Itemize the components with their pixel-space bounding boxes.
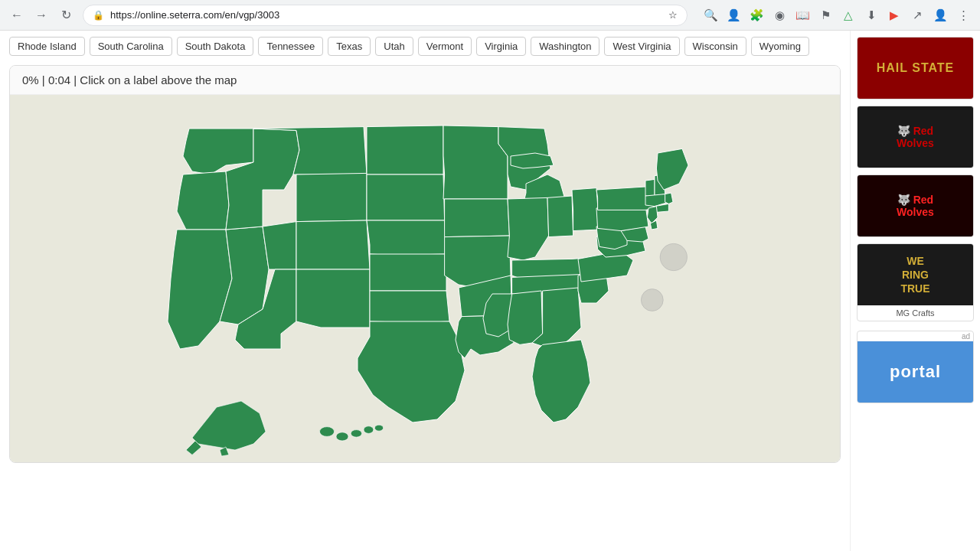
right-sidebar: HAIL STATE 🐺 RedWolves 🐺 RedWolves WERIN… bbox=[850, 31, 980, 551]
ad-red-wolves-1-card[interactable]: 🐺 RedWolves bbox=[857, 106, 974, 168]
svg-point-4 bbox=[364, 426, 374, 434]
ad-portal-image: portal bbox=[858, 341, 973, 403]
state-north-dakota[interactable] bbox=[367, 126, 443, 174]
ad-portal-text: portal bbox=[890, 362, 941, 382]
state-nebraska[interactable] bbox=[367, 220, 446, 256]
state-michigan-upper[interactable] bbox=[511, 153, 554, 168]
tag-tennessee[interactable]: Tennessee bbox=[258, 37, 323, 56]
cursor-icon[interactable]: ↗ bbox=[906, 5, 928, 26]
tag-south-carolina[interactable]: South Carolina bbox=[90, 37, 172, 56]
svg-point-5 bbox=[374, 425, 383, 431]
ne-bubble-1 bbox=[660, 243, 687, 270]
tag-west-virginia[interactable]: West Virginia bbox=[604, 37, 679, 56]
ad-hail-state-image: HAIL STATE bbox=[858, 37, 973, 99]
state-kansas[interactable] bbox=[370, 254, 446, 291]
tag-wisconsin[interactable]: Wisconsin bbox=[684, 37, 746, 56]
tag-vermont[interactable]: Vermont bbox=[418, 37, 472, 56]
state-indiana[interactable] bbox=[547, 196, 573, 237]
main-area: Rhode Island South Carolina South Dakota… bbox=[0, 31, 850, 551]
tag-washington[interactable]: Washington bbox=[531, 37, 599, 56]
state-oklahoma[interactable] bbox=[370, 291, 449, 323]
ad-portal-label: ad bbox=[858, 331, 973, 341]
nav-buttons: ← → ↻ bbox=[6, 5, 77, 26]
state-vermont[interactable] bbox=[645, 179, 655, 196]
svg-point-1 bbox=[319, 427, 334, 437]
ad-red-wolves-2-text: 🐺 RedWolves bbox=[897, 194, 934, 218]
game-status-text: 0% | 0:04 | Click on a label above the m… bbox=[22, 73, 237, 86]
state-tags: Rhode Island South Carolina South Dakota… bbox=[9, 37, 841, 56]
address-bar[interactable]: 🔒 https://online.seterra.com/en/vgp/3003… bbox=[83, 5, 688, 26]
ad-red-wolves-2-card[interactable]: 🐺 RedWolves bbox=[857, 174, 974, 237]
state-rhode-island[interactable] bbox=[665, 193, 673, 204]
tag-rhode-island[interactable]: Rhode Island bbox=[9, 37, 85, 56]
state-wyoming[interactable] bbox=[296, 173, 367, 221]
ad-hail-state-text: HAIL STATE bbox=[877, 61, 955, 75]
state-oregon[interactable] bbox=[177, 171, 229, 230]
svg-point-2 bbox=[336, 432, 348, 441]
state-colorado[interactable] bbox=[296, 220, 370, 269]
ad-red-wolves-1-image: 🐺 RedWolves bbox=[858, 106, 973, 168]
ad-ring-true-image: WERINGTRUE bbox=[858, 244, 973, 305]
tag-utah[interactable]: Utah bbox=[375, 37, 413, 56]
state-utah[interactable] bbox=[263, 222, 296, 269]
state-alabama[interactable] bbox=[508, 291, 543, 344]
usa-map[interactable] bbox=[10, 95, 840, 462]
ad-hail-state-card[interactable]: HAIL STATE bbox=[857, 37, 974, 99]
browser-chrome: ← → ↻ 🔒 https://online.seterra.com/en/vg… bbox=[0, 0, 980, 31]
ad-red-wolves-1-text: 🐺 RedWolves bbox=[897, 125, 934, 149]
state-ohio[interactable] bbox=[572, 188, 599, 231]
tag-wyoming[interactable]: Wyoming bbox=[751, 37, 809, 56]
game-status: 0% | 0:04 | Click on a label above the m… bbox=[10, 66, 840, 95]
tag-texas[interactable]: Texas bbox=[328, 37, 371, 56]
state-minnesota[interactable] bbox=[443, 126, 508, 199]
refresh-button[interactable]: ↻ bbox=[55, 5, 77, 26]
ad-portal-card[interactable]: ad portal bbox=[857, 331, 974, 403]
state-iowa[interactable] bbox=[445, 199, 510, 237]
ne-bubble-2 bbox=[641, 289, 663, 311]
drive-icon[interactable]: △ bbox=[838, 5, 859, 26]
map-area[interactable] bbox=[10, 95, 840, 462]
flag-icon[interactable]: ⚑ bbox=[815, 5, 836, 26]
lock-icon: 🔒 bbox=[93, 10, 104, 21]
state-south-dakota[interactable] bbox=[367, 174, 445, 220]
svg-point-3 bbox=[351, 430, 361, 438]
url-text: https://online.seterra.com/en/vgp/3003 bbox=[110, 9, 662, 21]
tag-south-dakota[interactable]: South Dakota bbox=[177, 37, 254, 56]
ad-ring-true-label: MG Crafts bbox=[858, 305, 973, 321]
youtube-icon[interactable]: ▶ bbox=[884, 5, 905, 26]
page-content: Rhode Island South Carolina South Dakota… bbox=[0, 31, 980, 551]
chrome-icon[interactable]: ◉ bbox=[769, 5, 790, 26]
profile-icon[interactable]: 👤 bbox=[723, 5, 744, 26]
menu-icon[interactable]: ⋮ bbox=[952, 5, 974, 26]
search-icon[interactable]: 🔍 bbox=[700, 5, 721, 26]
game-container: 0% | 0:04 | Click on a label above the m… bbox=[9, 65, 841, 463]
toolbar-icons: 🔍 👤 🧩 ◉ 📖 ⚑ △ ⬇ ▶ ↗ 👤 ⋮ bbox=[700, 5, 974, 26]
download-icon[interactable]: ⬇ bbox=[861, 5, 882, 26]
reading-icon[interactable]: 📖 bbox=[792, 5, 813, 26]
ad-ring-true-text: WERINGTRUE bbox=[900, 254, 929, 296]
forward-button[interactable]: → bbox=[31, 5, 52, 26]
extensions-icon[interactable]: 🧩 bbox=[746, 5, 767, 26]
ad-red-wolves-2-image: 🐺 RedWolves bbox=[858, 175, 973, 236]
ad-ring-true-card[interactable]: WERINGTRUE MG Crafts bbox=[857, 243, 974, 321]
back-button[interactable]: ← bbox=[6, 5, 28, 26]
person-icon[interactable]: 👤 bbox=[929, 5, 951, 26]
tag-virginia[interactable]: Virginia bbox=[476, 37, 526, 56]
state-new-mexico[interactable] bbox=[296, 269, 370, 328]
star-icon[interactable]: ☆ bbox=[668, 9, 678, 21]
